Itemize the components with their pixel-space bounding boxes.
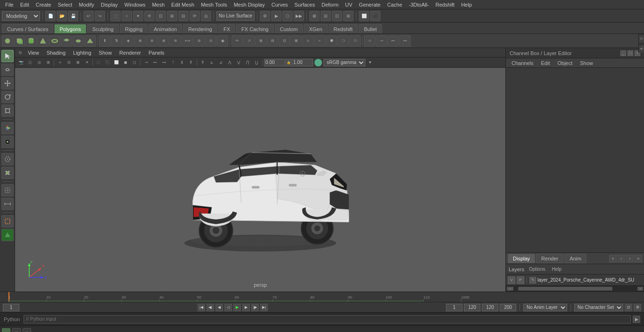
vp-light-btn[interactable]: ☀ bbox=[83, 58, 91, 67]
soft-btn[interactable]: ◎ bbox=[201, 11, 211, 21]
view-btn3[interactable]: ⊡ bbox=[332, 11, 342, 21]
prev-key-btn[interactable]: ◀| bbox=[206, 304, 214, 311]
snap-grid-btn[interactable] bbox=[1, 184, 14, 196]
cb-tab-edit[interactable]: Edit bbox=[539, 59, 552, 67]
vp-motion-btn[interactable]: ⋀ bbox=[225, 58, 234, 67]
menu-surfaces[interactable]: Surfaces bbox=[291, 1, 318, 8]
vp-poly-btn[interactable]: ⊺ bbox=[169, 58, 177, 67]
tab-sculpting[interactable]: Sculpting bbox=[87, 24, 119, 33]
scrollbar-thumb[interactable] bbox=[518, 287, 612, 291]
layout-btn2[interactable]: ⬛ bbox=[370, 11, 380, 21]
vp-cam3-btn[interactable]: ◎ bbox=[35, 58, 43, 67]
taskbar-restore-btn[interactable]: □ bbox=[12, 328, 21, 332]
menu-windows[interactable]: Windows bbox=[121, 1, 149, 8]
menu-deform[interactable]: Deform bbox=[318, 1, 342, 8]
color-space-dropdown[interactable]: sRGB gamma bbox=[323, 59, 365, 66]
combine-btn[interactable]: ⊕ bbox=[134, 35, 146, 47]
vp-cam2-btn[interactable]: 🎥 bbox=[26, 58, 34, 67]
dup-btn[interactable]: ⊷ bbox=[388, 35, 399, 47]
pyramid-btn[interactable] bbox=[84, 35, 96, 47]
vp-hud-btn[interactable]: ⊠ bbox=[74, 58, 82, 67]
transform-btn[interactable]: ✛ bbox=[144, 11, 155, 21]
next-key-btn[interactable]: |▶ bbox=[251, 304, 259, 311]
playback-end-input[interactable] bbox=[500, 304, 516, 311]
wire-btn[interactable]: ≈ bbox=[314, 35, 325, 47]
range-start-input[interactable] bbox=[446, 304, 462, 311]
maya-logo-btn[interactable] bbox=[1, 229, 14, 241]
show-manipulator-btn[interactable] bbox=[1, 167, 14, 179]
color-space-expand-btn[interactable]: ▼ bbox=[366, 58, 374, 67]
layers-nav-next2-btn[interactable]: » bbox=[635, 255, 642, 262]
torus-btn[interactable] bbox=[49, 35, 60, 47]
vp-nurbs-btn[interactable]: ⊼ bbox=[187, 58, 195, 67]
menu-edit-mesh[interactable]: Edit Mesh bbox=[168, 1, 198, 8]
scroll-left-btn[interactable]: ‹ bbox=[507, 287, 513, 291]
step-back-btn[interactable]: ◀ bbox=[215, 304, 223, 311]
render-settings-btn[interactable]: ⚙ bbox=[260, 11, 270, 21]
vp-menu-renderer[interactable]: Renderer bbox=[116, 49, 144, 57]
playback-range-input[interactable] bbox=[482, 304, 498, 311]
paint-select-btn[interactable] bbox=[1, 153, 14, 165]
wrap-btn[interactable]: ⚇ bbox=[349, 35, 361, 47]
cb-tab-channels[interactable]: Channels bbox=[510, 59, 535, 67]
render-btn[interactable]: ▶ bbox=[271, 11, 281, 21]
paint-btn[interactable]: ✦ bbox=[133, 11, 143, 21]
tab-polygons[interactable]: Polygons bbox=[54, 24, 86, 33]
lasso-tool-btn[interactable] bbox=[1, 64, 14, 76]
redo-btn[interactable]: ↪ bbox=[95, 11, 105, 21]
tab-xgen[interactable]: XGen bbox=[304, 24, 327, 33]
side-tab-attribute-editor[interactable]: Attr bbox=[639, 44, 644, 53]
layers-nav-prev2-btn[interactable]: « bbox=[609, 255, 617, 262]
viewport-menu-gear[interactable]: ⚙ bbox=[17, 49, 24, 56]
tab-custom[interactable]: Custom bbox=[275, 24, 303, 33]
fill-hole-btn[interactable]: ⊙ bbox=[205, 35, 216, 47]
deform-btn[interactable]: ⊘ bbox=[193, 35, 205, 47]
vp-crease-btn[interactable]: ⊷ bbox=[151, 58, 159, 67]
vp-menu-lighting[interactable]: Lighting bbox=[70, 49, 95, 57]
curve-shelf-btn[interactable]: ↗ bbox=[243, 35, 255, 47]
bridge-btn[interactable]: ⇅ bbox=[111, 35, 122, 47]
cb-tab-show[interactable]: Show bbox=[578, 59, 595, 67]
vp-display-btn[interactable]: ⊶ bbox=[160, 58, 168, 67]
scroll-right-btn[interactable]: › bbox=[637, 287, 643, 291]
exposure-input[interactable] bbox=[292, 59, 313, 66]
tab-redshift[interactable]: Redshift bbox=[329, 24, 358, 33]
view-btn1[interactable]: ⊠ bbox=[309, 11, 320, 21]
anim-layer-dropdown[interactable]: No Anim Layer bbox=[523, 304, 567, 311]
soft-select-btn[interactable] bbox=[1, 136, 14, 148]
vp-wireframe-btn[interactable]: ⬚ bbox=[94, 58, 103, 67]
universal-manip-btn[interactable] bbox=[1, 122, 14, 134]
menu-uv[interactable]: UV bbox=[342, 1, 355, 8]
tab-animation[interactable]: Animation bbox=[149, 24, 182, 33]
python-execute-btn[interactable]: ▶ bbox=[633, 316, 640, 323]
timeline-area[interactable]: 1 10 20 30 40 50 60 70 80 90 100 110 108… bbox=[0, 292, 644, 302]
scale-tool-btn[interactable] bbox=[1, 105, 14, 117]
go-to-start-btn[interactable]: |◀ bbox=[198, 304, 205, 311]
move-tool-btn[interactable] bbox=[1, 77, 14, 89]
cluster-btn[interactable]: ⊠ bbox=[290, 35, 302, 47]
gamma-input[interactable] bbox=[264, 59, 285, 66]
step-fwd-btn[interactable]: ▶ bbox=[242, 304, 250, 311]
vp-ssr-btn[interactable]: ⋂ bbox=[243, 58, 252, 67]
menu-mesh-tools[interactable]: Mesh Tools bbox=[198, 1, 230, 8]
jiggle-btn[interactable]: ⚆ bbox=[338, 35, 349, 47]
vp-cam-btn[interactable]: 📷 bbox=[17, 58, 25, 67]
vp-smooth-btn[interactable]: ⊸ bbox=[142, 58, 150, 67]
select-tool-btn[interactable] bbox=[1, 50, 14, 62]
extract-btn[interactable]: ⊟ bbox=[267, 35, 278, 47]
play-fwd-btn[interactable]: ▶ bbox=[233, 304, 241, 311]
merge-btn[interactable]: ⊞ bbox=[255, 35, 266, 47]
display-tab-render[interactable]: Render bbox=[536, 254, 563, 263]
menu-3dtall[interactable]: -3DtoAll- bbox=[405, 1, 432, 8]
disk-btn[interactable] bbox=[73, 35, 84, 47]
tab-rigging[interactable]: Rigging bbox=[120, 24, 148, 33]
python-input[interactable] bbox=[24, 315, 631, 324]
menu-mesh-display[interactable]: Mesh Display bbox=[231, 1, 268, 8]
play-back-btn[interactable]: ◁ bbox=[224, 304, 232, 311]
dope-sheet-btn[interactable]: ⊡ bbox=[625, 304, 632, 311]
grid-btn[interactable]: ⊞ bbox=[167, 11, 177, 21]
mag-btn[interactable]: ⊟ bbox=[178, 11, 189, 21]
char-set-dropdown[interactable]: No Character Set bbox=[574, 304, 623, 311]
layers-help-btn[interactable]: Help bbox=[550, 266, 564, 272]
menu-redshift[interactable]: Redshift bbox=[432, 1, 458, 8]
